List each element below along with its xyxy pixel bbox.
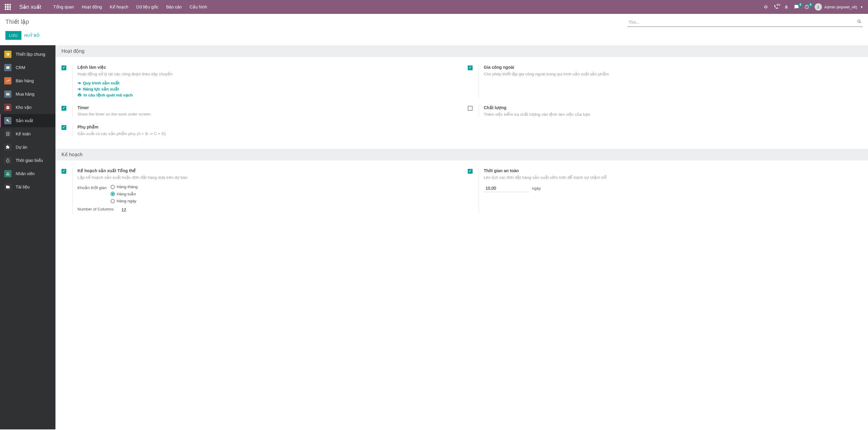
sidebar-item-2[interactable]: Bán hàng bbox=[0, 74, 56, 87]
topmenu-masterdata[interactable]: Dữ liệu gốc bbox=[136, 4, 158, 9]
sidebar-item-label: Mua hàng bbox=[16, 92, 34, 96]
radio-label: Hàng tuần bbox=[117, 192, 136, 196]
setting-work-orders: Lệnh làm việc Hoạt động xử lý tại các cô… bbox=[61, 62, 456, 103]
topmenu-plan[interactable]: Kế hoạch bbox=[110, 4, 128, 9]
save-button[interactable]: LƯU bbox=[5, 31, 22, 40]
checkbox-work-orders[interactable] bbox=[61, 65, 66, 70]
arrow-right-icon: ➔ bbox=[78, 87, 81, 91]
work-orders-desc: Hoạt động xử lý tại các công đoạn theo d… bbox=[78, 71, 456, 76]
setting-timer: Timer Show the timer on the work order s… bbox=[61, 103, 456, 122]
mps-desc: Lập kế hoạch sản xuất hoặc đơn đặt hàng … bbox=[78, 175, 456, 180]
radio-label: Hàng tháng bbox=[117, 184, 138, 189]
checkbox-subcontract[interactable] bbox=[468, 65, 472, 70]
messages-icon[interactable]: 4 bbox=[794, 4, 799, 9]
topmenu-overview[interactable]: Tổng quan bbox=[53, 4, 74, 9]
checkbox-safety[interactable] bbox=[468, 169, 472, 174]
app-brand: Sản xuất bbox=[19, 4, 41, 10]
svg-point-8 bbox=[818, 5, 819, 7]
wrench-icon bbox=[4, 117, 11, 124]
svg-rect-12 bbox=[7, 67, 8, 67]
period-radios: Hàng thángHàng tuầnHàng ngày bbox=[111, 184, 138, 203]
period-label: Khoản thời gian bbox=[78, 184, 107, 190]
bell-icon[interactable] bbox=[784, 4, 789, 9]
svg-line-3 bbox=[764, 6, 765, 6]
svg-point-0 bbox=[765, 6, 767, 8]
page-title: Thiết lập bbox=[5, 18, 29, 25]
print-icon bbox=[78, 93, 82, 97]
section-header-activity: Hoạt động bbox=[56, 45, 868, 57]
link-routing[interactable]: ➔Quy trình sản xuất bbox=[78, 81, 456, 85]
puzzle-icon bbox=[4, 144, 11, 151]
chart-icon bbox=[4, 77, 11, 84]
doc-icon: $ bbox=[4, 130, 11, 138]
checkbox-byproduct[interactable] bbox=[61, 125, 66, 130]
timer-desc: Show the timer on the work order screen bbox=[78, 112, 456, 116]
link-print-barcode[interactable]: In câu lệnh quét mã vạch bbox=[78, 92, 456, 97]
user-menu[interactable]: Admin (erpviet_v6) ▼ bbox=[815, 3, 863, 10]
sidebar-item-0[interactable]: Thiết lập chung bbox=[0, 48, 56, 61]
setting-quality: Chất lượng Thêm việc kiểm tra chất lượng… bbox=[468, 103, 862, 122]
sidebar-item-1[interactable]: CRM bbox=[0, 61, 56, 74]
sidebar-item-9[interactable]: Nhân viên bbox=[0, 167, 56, 180]
radio-period-1[interactable]: Hàng tuần bbox=[111, 192, 138, 196]
sidebar-item-label: Nhân viên bbox=[16, 171, 35, 176]
sidebar-item-label: Thời gian biểu bbox=[16, 158, 43, 163]
quality-title: Chất lượng bbox=[484, 105, 862, 110]
apps-launcher-icon[interactable] bbox=[5, 4, 11, 10]
cols-input[interactable] bbox=[120, 206, 138, 213]
sidebar-item-6[interactable]: $Kế toán bbox=[0, 127, 56, 141]
caret-down-icon: ▼ bbox=[860, 5, 863, 9]
gear-icon bbox=[4, 51, 11, 58]
bug-icon[interactable] bbox=[764, 4, 768, 9]
search-wrap bbox=[627, 18, 863, 27]
link-capacity[interactable]: ➔Năng lực sản xuất bbox=[78, 87, 456, 91]
main: Hoạt động Lệnh làm việc Hoạt động xử lý … bbox=[56, 45, 868, 429]
radio-period-0[interactable]: Hàng tháng bbox=[111, 184, 138, 189]
layout: Thiết lập chungCRMBán hàngMua hàngKho vậ… bbox=[0, 45, 868, 429]
cols-label: Number of Columns bbox=[78, 206, 117, 211]
radio-icon bbox=[111, 185, 115, 189]
sidebar-item-label: Bán hàng bbox=[16, 78, 34, 83]
subcontract-desc: Cho phép thiết lập gia công ngoài trong … bbox=[484, 71, 862, 76]
activity-grid: Lệnh làm việc Hoạt động xử lý tại các cô… bbox=[56, 57, 868, 149]
topmenu-activity[interactable]: Hoạt động bbox=[82, 4, 102, 9]
sidebar-item-7[interactable]: Dự án bbox=[0, 141, 56, 154]
topmenu-config[interactable]: Cấu hình bbox=[190, 4, 207, 9]
sidebar-item-label: Sản xuất bbox=[16, 118, 33, 123]
sidebar-item-label: Kế toán bbox=[16, 132, 30, 136]
sidebar-item-label: Kho vận bbox=[16, 105, 32, 110]
radio-label: Hàng ngày bbox=[117, 199, 136, 203]
svg-line-6 bbox=[767, 7, 767, 7]
svg-point-9 bbox=[858, 20, 860, 22]
plan-grid: Kế hoạch sản xuất Tổng thể Lập kế hoạch … bbox=[56, 161, 868, 226]
byproduct-title: Phụ phẩm bbox=[78, 124, 456, 130]
top-right: EV 4 4 Admin (erpviet_v6) ▼ bbox=[764, 3, 863, 10]
radio-period-2[interactable]: Hàng ngày bbox=[111, 199, 138, 203]
clock-icon[interactable]: 4 bbox=[804, 4, 809, 9]
search-icon[interactable] bbox=[857, 19, 861, 24]
sidebar-item-8[interactable]: Thời gian biểu bbox=[0, 154, 56, 167]
sidebar-item-4[interactable]: Kho vận bbox=[0, 101, 56, 114]
setting-byproduct: Phụ phẩm Sản xuất có các sản phẩm phụ (A… bbox=[61, 122, 456, 141]
svg-point-21 bbox=[8, 173, 9, 174]
checkbox-timer[interactable] bbox=[61, 106, 66, 111]
subheader: Thiết lập bbox=[0, 14, 868, 27]
sidebar-item-10[interactable]: Tài liệu bbox=[0, 180, 56, 194]
sidebar: Thiết lập chungCRMBán hàngMua hàngKho vậ… bbox=[0, 45, 56, 429]
discard-button[interactable]: HUỶ BỎ bbox=[24, 33, 40, 38]
action-row: LƯU HUỶ BỎ bbox=[0, 27, 868, 45]
sidebar-item-5[interactable]: Sản xuất bbox=[0, 114, 56, 127]
checkbox-quality[interactable] bbox=[468, 106, 472, 111]
topmenu-report[interactable]: Báo cáo bbox=[166, 4, 182, 9]
people-icon bbox=[4, 170, 11, 177]
folder-icon bbox=[4, 183, 11, 191]
sidebar-item-3[interactable]: Mua hàng bbox=[0, 87, 56, 101]
svg-line-10 bbox=[860, 22, 861, 23]
safety-days-input[interactable] bbox=[484, 184, 529, 192]
search-input[interactable] bbox=[627, 18, 863, 27]
card-icon bbox=[4, 64, 11, 71]
mps-title: Kế hoạch sản xuất Tổng thể bbox=[78, 168, 456, 173]
subcontract-title: Gia công ngoài bbox=[484, 65, 862, 70]
phone-icon[interactable]: EV bbox=[774, 4, 778, 9]
checkbox-mps[interactable] bbox=[61, 169, 66, 174]
